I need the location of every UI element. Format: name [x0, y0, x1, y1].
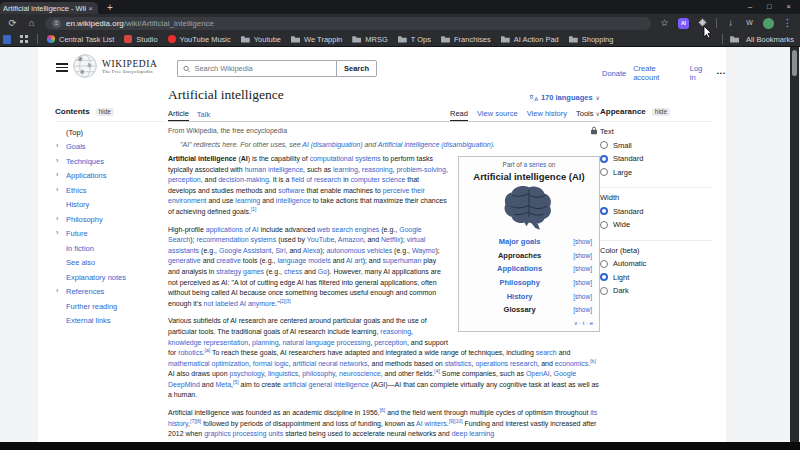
scrollbar-thumb[interactable]: [792, 50, 797, 76]
languages-button[interactable]: 170 languages ∨: [529, 93, 600, 103]
bookmark-item[interactable]: Central Task List: [47, 35, 114, 44]
infobox-row-label[interactable]: Applications: [466, 264, 573, 275]
radio-button[interactable]: [600, 141, 608, 149]
browser-tab[interactable]: Artificial intelligence - Wikiped ×: [0, 2, 98, 14]
radio-button[interactable]: [600, 273, 608, 281]
ai-extension-icon[interactable]: AI: [678, 18, 689, 29]
infobox-row-label[interactable]: Glossary: [466, 305, 573, 316]
window-close-button[interactable]: ×: [787, 2, 791, 11]
contents-item[interactable]: › Future: [55, 229, 163, 238]
infobox-row-label[interactable]: Approaches: [466, 251, 573, 262]
bookmark-item[interactable]: We Trappin: [291, 35, 342, 44]
chevron-right-icon[interactable]: ›: [56, 229, 58, 236]
chevron-right-icon[interactable]: ›: [56, 215, 58, 222]
header-more-icon[interactable]: •••: [717, 70, 726, 76]
contents-item[interactable]: › Further reading: [55, 302, 163, 311]
secondary-extension-icon[interactable]: W: [744, 18, 755, 28]
window-maximize-button[interactable]: □: [767, 2, 772, 11]
radio-button[interactable]: [600, 155, 608, 163]
bookmark-item[interactable]: Shopping: [569, 35, 614, 44]
show-toggle[interactable]: [show]: [573, 305, 592, 316]
radio-button[interactable]: [600, 260, 608, 268]
tab-talk[interactable]: Talk: [197, 110, 210, 121]
bookmark-star-icon[interactable]: ☆: [659, 18, 670, 28]
radio-option[interactable]: Standard: [600, 154, 712, 163]
hamburger-menu-icon[interactable]: [56, 63, 68, 74]
chevron-right-icon[interactable]: ›: [56, 157, 58, 164]
chevron-right-icon[interactable]: ›: [56, 142, 58, 149]
bookmark-item[interactable]: T Ops: [398, 35, 431, 44]
contents-item[interactable]: › See also: [55, 258, 163, 267]
contents-item[interactable]: › Explanatory notes: [55, 273, 163, 282]
address-bar[interactable]: ≡ en.wikipedia.org/wiki/Artificial_intel…: [45, 17, 651, 30]
radio-option[interactable]: Large: [600, 168, 712, 177]
radio-option[interactable]: Light: [600, 273, 712, 282]
contents-item[interactable]: › History: [55, 200, 163, 209]
series-link[interactable]: a series: [524, 161, 547, 168]
home-icon[interactable]: ⌂: [26, 18, 37, 28]
tab-view-source[interactable]: View source: [477, 109, 518, 121]
contents-item[interactable]: › Goals: [55, 142, 163, 151]
bookmark-item[interactable]: Youtube: [241, 35, 281, 44]
chevron-right-icon[interactable]: ›: [56, 171, 58, 178]
tab-view-history[interactable]: View history: [527, 109, 567, 121]
bookmark-item[interactable]: MRSG: [352, 35, 388, 44]
contents-item[interactable]: › (Top): [55, 128, 163, 137]
appearance-hide-button[interactable]: hide: [652, 108, 670, 116]
contents-item[interactable]: › References: [55, 287, 163, 296]
radio-button[interactable]: [600, 168, 608, 176]
all-bookmarks[interactable]: All Bookmarks: [722, 34, 794, 44]
profile-avatar[interactable]: [763, 18, 774, 29]
contents-item[interactable]: › Applications: [55, 171, 163, 180]
donate-link[interactable]: Donate: [602, 69, 626, 78]
bookmark-item[interactable]: Franchises: [441, 35, 491, 44]
radio-button[interactable]: [600, 221, 608, 229]
downloads-icon[interactable]: ↓: [725, 18, 736, 28]
search-button[interactable]: Search: [336, 60, 377, 77]
contents-item[interactable]: › In fiction: [55, 244, 163, 253]
tab-read[interactable]: Read: [450, 109, 468, 121]
page-scrollbar[interactable]: [790, 47, 799, 442]
contents-item[interactable]: › External links: [55, 316, 163, 325]
browser-menu-icon[interactable]: ⋮: [782, 18, 793, 28]
infobox-row-label[interactable]: Major goals: [466, 237, 573, 248]
show-toggle[interactable]: [show]: [573, 264, 592, 275]
tab-article[interactable]: Article: [168, 109, 189, 121]
show-toggle[interactable]: [show]: [573, 237, 592, 248]
site-info-icon[interactable]: ≡: [52, 19, 61, 28]
reload-icon[interactable]: ⟳: [7, 18, 18, 28]
contents-item[interactable]: › Techniques: [55, 157, 163, 166]
tab-tools[interactable]: Tools ∨: [576, 109, 600, 121]
radio-option[interactable]: Wide: [600, 220, 712, 229]
chevron-right-icon[interactable]: ›: [56, 287, 58, 294]
radio-option[interactable]: Standard: [600, 207, 712, 216]
apps-grid-icon[interactable]: [20, 35, 28, 43]
new-tab-button[interactable]: +: [107, 2, 113, 13]
infobox-row-label[interactable]: Philosophy: [466, 278, 573, 289]
login-link[interactable]: Log in: [690, 64, 710, 82]
contents-item[interactable]: › Philosophy: [55, 215, 163, 224]
create-account-link[interactable]: Create account: [633, 64, 683, 82]
radio-button[interactable]: [600, 287, 608, 295]
infobox-row-label[interactable]: History: [466, 292, 573, 303]
radio-option[interactable]: Automatic: [600, 259, 712, 268]
bookmark-item[interactable]: Studio: [124, 35, 157, 44]
search-input[interactable]: [194, 64, 331, 73]
pinned-site-icon[interactable]: [6, 35, 11, 44]
radio-option[interactable]: Small: [600, 141, 712, 150]
chevron-right-icon[interactable]: ›: [56, 186, 58, 193]
contents-item[interactable]: › Ethics: [55, 186, 163, 195]
bookmark-item[interactable]: YouTube Music: [168, 35, 231, 44]
window-minimize-button[interactable]: –: [748, 2, 752, 11]
contents-hide-button[interactable]: hide: [96, 108, 114, 116]
vte-links[interactable]: v · t · e: [462, 317, 596, 329]
appearance-panel: Appearance hide Text Small: [600, 107, 712, 306]
radio-option[interactable]: Dark: [600, 286, 712, 295]
bookmark-item[interactable]: AI Action Pad: [501, 35, 559, 44]
radio-button[interactable]: [600, 207, 608, 215]
show-toggle[interactable]: [show]: [573, 292, 592, 303]
tab-close-icon[interactable]: ×: [88, 4, 93, 13]
show-toggle[interactable]: [show]: [573, 278, 592, 289]
wikipedia-logo[interactable]: WIKIPEDIA The Free Encyclopedia: [72, 53, 158, 79]
show-toggle[interactable]: [show]: [573, 251, 592, 262]
